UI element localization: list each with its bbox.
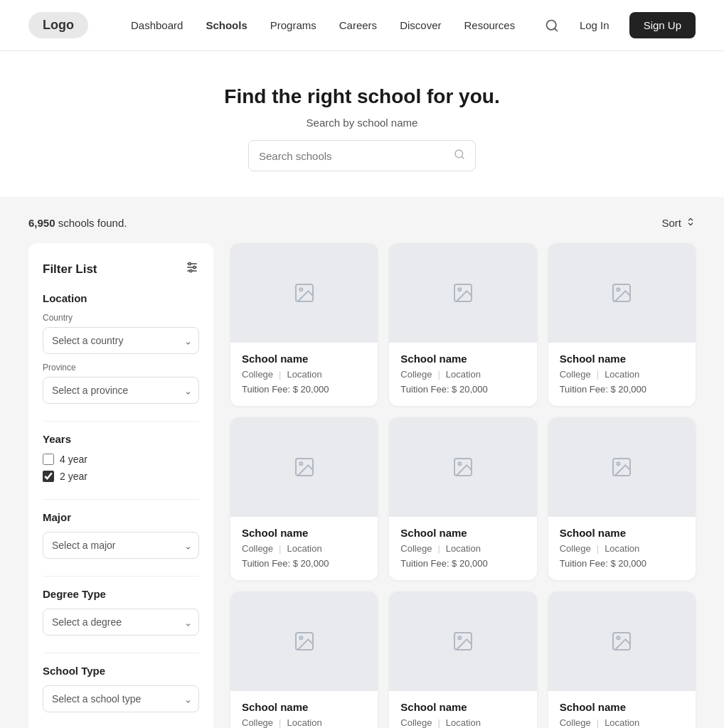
svg-line-1 xyxy=(555,28,558,31)
card-body-2: School name College | Location Tuition F… xyxy=(548,343,696,406)
card-type-4: College xyxy=(400,543,432,554)
main-layout: Filter List Location Country xyxy=(28,243,696,728)
card-meta-4: College | Location xyxy=(400,543,525,554)
filter-degree: Degree Type Select a degree xyxy=(43,588,199,636)
sidebar: Filter List Location Country xyxy=(28,243,213,728)
card-image-7 xyxy=(389,592,536,691)
signup-button[interactable]: Sign Up xyxy=(629,12,696,38)
navbar: Logo Dashboard Schools Programs Careers … xyxy=(0,0,724,51)
card-fee-0: Tuition Fee: $ 20,000 xyxy=(242,384,366,395)
sort-icon xyxy=(686,217,696,229)
card-fee-2: Tuition Fee: $ 20,000 xyxy=(560,384,684,395)
search-icon xyxy=(454,149,465,163)
nav-discover[interactable]: Discover xyxy=(400,19,441,31)
card-meta-7: College | Location xyxy=(400,717,525,728)
filter-school-type: School Type Select a school type xyxy=(43,665,199,712)
card-type-8: College xyxy=(560,717,591,728)
card-meta-0: College | Location xyxy=(242,369,366,380)
svg-point-11 xyxy=(299,288,302,291)
card-fee-1: Tuition Fee: $ 20,000 xyxy=(400,384,525,395)
card-sep-0: | xyxy=(279,369,281,380)
nav-right: Log In Sign Up xyxy=(544,12,696,38)
card-body-0: School name College | Location Tuition F… xyxy=(230,343,378,406)
school-card[interactable]: School name College | Location Tuition F… xyxy=(389,243,536,406)
card-image-1 xyxy=(389,243,536,343)
sort-label: Sort xyxy=(661,217,681,229)
search-bar xyxy=(248,140,476,171)
major-select-wrap: Select a major xyxy=(43,532,199,559)
card-image-8 xyxy=(548,592,696,691)
card-body-5: School name College | Location Tuition F… xyxy=(548,517,696,580)
search-nav-icon[interactable] xyxy=(544,18,560,33)
school-card[interactable]: School name College | Location Tuition F… xyxy=(230,592,378,728)
card-sep-8: | xyxy=(597,717,599,728)
card-image-2 xyxy=(548,243,696,343)
card-sep-3: | xyxy=(279,543,281,554)
school-card[interactable]: School name College | Location Tuition F… xyxy=(389,417,536,580)
checkbox-2year: 2 year xyxy=(43,471,199,482)
school-card[interactable]: School name College | Location Tuition F… xyxy=(548,243,696,406)
school-card[interactable]: School name College | Location Tuition F… xyxy=(389,592,536,728)
filter-icon[interactable] xyxy=(185,260,199,278)
card-type-3: College xyxy=(242,543,273,554)
card-image-5 xyxy=(548,417,696,517)
card-image-3 xyxy=(230,417,378,517)
card-name-2: School name xyxy=(560,353,684,365)
svg-point-13 xyxy=(458,288,461,291)
card-sep-6: | xyxy=(279,717,281,728)
checkbox-2year-input[interactable] xyxy=(43,471,54,482)
login-button[interactable]: Log In xyxy=(571,14,618,37)
school-card[interactable]: School name College | Location Tuition F… xyxy=(548,417,696,580)
province-select-wrap: Select a province xyxy=(43,377,199,404)
school-card[interactable]: School name College | Location Tuition F… xyxy=(230,243,378,406)
school-card[interactable]: School name College | Location Tuition F… xyxy=(548,592,696,728)
svg-point-9 xyxy=(190,269,192,272)
degree-select[interactable]: Select a degree xyxy=(43,609,199,636)
search-input[interactable] xyxy=(259,150,454,162)
school-card[interactable]: School name College | Location Tuition F… xyxy=(230,417,378,580)
checkbox-4year-input[interactable] xyxy=(43,454,54,465)
filter-major: Major Select a major xyxy=(43,511,199,559)
card-name-0: School name xyxy=(242,353,366,365)
card-location-6: Location xyxy=(287,717,321,728)
sort-button[interactable]: Sort xyxy=(661,217,696,229)
nav-dashboard[interactable]: Dashboard xyxy=(131,19,183,31)
major-select[interactable]: Select a major xyxy=(43,532,199,559)
card-fee-3: Tuition Fee: $ 20,000 xyxy=(242,558,366,569)
card-body-8: School name College | Location Tuition F… xyxy=(548,691,696,728)
svg-point-27 xyxy=(617,636,620,639)
school-type-select[interactable]: Select a school type xyxy=(43,685,199,712)
hero-subtext: Search by school name xyxy=(14,117,710,129)
svg-point-21 xyxy=(617,462,620,465)
nav-schools[interactable]: Schools xyxy=(206,19,247,31)
card-type-6: College xyxy=(242,717,273,728)
svg-point-19 xyxy=(458,462,461,465)
card-type-7: College xyxy=(400,717,432,728)
province-select[interactable]: Select a province xyxy=(43,377,199,404)
card-sep-1: | xyxy=(437,369,440,380)
card-sep-7: | xyxy=(437,717,440,728)
card-image-6 xyxy=(230,592,378,691)
svg-line-3 xyxy=(462,156,464,159)
results-count: 6,950 schools found. xyxy=(28,217,127,229)
nav-links: Dashboard Schools Programs Careers Disco… xyxy=(131,19,544,31)
filter-years: Years 4 year 2 year xyxy=(43,433,199,482)
nav-resources[interactable]: Resources xyxy=(464,19,515,31)
country-select[interactable]: Select a country xyxy=(43,327,199,354)
svg-point-23 xyxy=(299,636,302,639)
top-bar: 6,950 schools found. Sort xyxy=(28,217,696,229)
checkbox-4year-label: 4 year xyxy=(60,454,87,465)
card-meta-1: College | Location xyxy=(400,369,525,380)
filter-title: Filter List xyxy=(43,262,97,277)
card-meta-2: College | Location xyxy=(560,369,684,380)
logo[interactable]: Logo xyxy=(28,12,88,38)
content-area: 6,950 schools found. Sort Filter List xyxy=(0,197,724,728)
card-sep-4: | xyxy=(437,543,440,554)
province-sub-label: Province xyxy=(43,363,199,373)
nav-careers[interactable]: Careers xyxy=(339,19,377,31)
card-meta-6: College | Location xyxy=(242,717,366,728)
card-name-6: School name xyxy=(242,701,366,713)
nav-programs[interactable]: Programs xyxy=(270,19,316,31)
school-type-label: School Type xyxy=(43,665,199,677)
card-sep-5: | xyxy=(597,543,599,554)
